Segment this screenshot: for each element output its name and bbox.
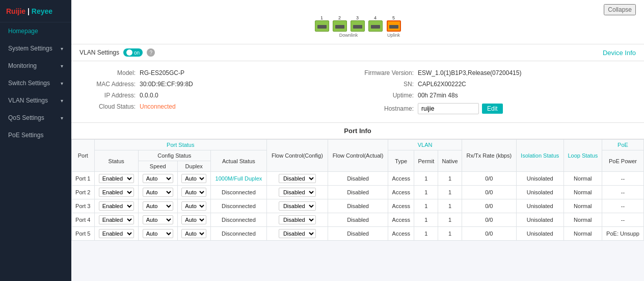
sidebar-item-switch-settings[interactable]: Switch Settings ▾	[0, 74, 71, 92]
port-name: Port 3	[72, 199, 95, 213]
status-cell[interactable]: Enabled Disabled	[94, 227, 138, 241]
isolation-status: Unisolated	[516, 172, 564, 186]
vlan-header[interactable]: VLAN	[388, 140, 462, 150]
actual-status: Disconnected	[210, 227, 266, 241]
flow-config-select[interactable]: Disabled Enabled	[279, 188, 316, 197]
status-select[interactable]: Enabled Disabled	[99, 188, 134, 197]
flow-config-select[interactable]: Disabled Enabled	[279, 201, 316, 211]
flow-config-cell[interactable]: Disabled Enabled	[267, 172, 328, 186]
model-row: Model: RG-ES205GC-P	[79, 67, 358, 79]
sidebar-item-poe-settings[interactable]: PoE Settings	[0, 126, 71, 144]
rx-tx-rate: 0/0	[462, 186, 516, 199]
uplink-port: 5 Uplink	[386, 15, 402, 38]
duplex-select[interactable]: Auto FullHalf	[181, 201, 206, 211]
poe-header[interactable]: PoE	[602, 140, 644, 150]
table-row: Port 3 Enabled Disabled Auto 10M100M1000…	[72, 199, 644, 213]
status-cell[interactable]: Enabled Disabled	[94, 172, 138, 186]
flow-config-select[interactable]: Disabled Enabled	[279, 215, 316, 224]
device-info-link[interactable]: Device Info	[603, 49, 636, 57]
flow-actual: Disabled	[328, 199, 388, 213]
flow-config-select[interactable]: Disabled Enabled	[279, 229, 316, 238]
vlan-type: Access	[388, 213, 414, 227]
status-header: Status	[94, 150, 138, 172]
sidebar-item-monitoring[interactable]: Monitoring ▾	[0, 57, 71, 74]
status-cell[interactable]: Enabled Disabled	[94, 186, 138, 199]
vlan-native: 1	[438, 172, 462, 186]
vlan-toggle[interactable]: on	[123, 48, 143, 57]
isolation-header[interactable]: Isolation Status	[516, 140, 564, 172]
table-row: Port 4 Enabled Disabled Auto 10M100M1000…	[72, 213, 644, 227]
flow-config-select[interactable]: Disabled Enabled	[279, 174, 316, 183]
permit-header: Permit	[414, 150, 438, 172]
speed-cell[interactable]: Auto 10M100M1000M	[138, 172, 177, 186]
sidebar-item-label: Homepage	[8, 28, 38, 35]
sidebar-item-homepage[interactable]: Homepage	[0, 22, 71, 40]
firmware-label: Firmware Version:	[362, 69, 418, 76]
help-icon[interactable]: ?	[147, 48, 155, 57]
status-cell[interactable]: Enabled Disabled	[94, 199, 138, 213]
flow-config-cell[interactable]: Disabled Enabled	[267, 199, 328, 213]
sidebar-item-system-settings[interactable]: System Settings ▾	[0, 40, 71, 57]
uptime-row: Uptime: 00h 27min 48s	[358, 90, 636, 101]
poe-power: --	[602, 186, 644, 199]
status-select[interactable]: Enabled Disabled	[99, 229, 134, 238]
duplex-cell[interactable]: Auto FullHalf	[177, 227, 210, 241]
speed-cell[interactable]: Auto 10M100M1000M	[138, 213, 177, 227]
duplex-select[interactable]: Auto FullHalf	[181, 215, 206, 224]
hostname-input[interactable]	[418, 103, 479, 114]
model-value: RG-ES205GC-P	[140, 69, 184, 76]
speed-select[interactable]: Auto 10M100M1000M	[143, 229, 173, 238]
chevron-down-icon: ▾	[61, 98, 63, 104]
loop-status: Normal	[564, 213, 602, 227]
actual-status: 1000M/Full Duplex	[210, 172, 266, 186]
poe-power: --	[602, 213, 644, 227]
vlan-native: 1	[438, 186, 462, 199]
status-select[interactable]: Enabled Disabled	[99, 201, 134, 211]
isolation-status: Unisolated	[516, 213, 564, 227]
duplex-cell[interactable]: Auto FullHalf	[177, 172, 210, 186]
speed-select[interactable]: Auto 10M100M1000M	[143, 188, 173, 197]
cloud-value: Unconnected	[140, 103, 176, 110]
port-status-header[interactable]: Port Status	[94, 140, 266, 150]
duplex-cell[interactable]: Auto FullHalf	[177, 199, 210, 213]
duplex-select[interactable]: Auto FullHalf	[181, 188, 206, 197]
flow-actual: Disabled	[328, 213, 388, 227]
speed-select[interactable]: Auto 10M100M1000M	[143, 201, 173, 211]
sidebar-item-label: System Settings	[8, 45, 52, 52]
speed-cell[interactable]: Auto 10M100M1000M	[138, 227, 177, 241]
loop-header[interactable]: Loop Status	[564, 140, 602, 172]
vlan-bar: VLAN Settings on ? Device Info	[71, 44, 644, 61]
type-header: Type	[388, 150, 414, 172]
speed-cell[interactable]: Auto 10M100M1000M	[138, 186, 177, 199]
chevron-down-icon: ▾	[61, 115, 63, 121]
flow-actual: Disabled	[328, 186, 388, 199]
speed-select[interactable]: Auto 10M100M1000M	[143, 215, 173, 224]
flow-config-cell[interactable]: Disabled Enabled	[267, 186, 328, 199]
collapse-button[interactable]: Collapse	[604, 4, 636, 15]
mac-label: MAC Address:	[84, 81, 140, 88]
duplex-select[interactable]: Auto FullHalf	[181, 229, 206, 238]
duplex-cell[interactable]: Auto FullHalf	[177, 213, 210, 227]
vlan-permit: 1	[414, 213, 438, 227]
native-header: Native	[438, 150, 462, 172]
status-select[interactable]: Enabled Disabled	[99, 174, 134, 183]
actual-status: Disconnected	[210, 213, 266, 227]
sidebar-item-label: Switch Settings	[8, 80, 50, 87]
flow-config-cell[interactable]: Disabled Enabled	[267, 227, 328, 241]
flow-config-cell[interactable]: Disabled Enabled	[267, 213, 328, 227]
sidebar-item-vlan-settings[interactable]: VLAN Settings ▾	[0, 92, 71, 109]
sidebar-item-qos-settings[interactable]: QoS Settings ▾	[0, 109, 71, 126]
edit-button[interactable]: Edit	[482, 104, 503, 114]
status-cell[interactable]: Enabled Disabled	[94, 213, 138, 227]
hostname-label: Hostname:	[362, 105, 418, 112]
duplex-header: Duplex	[177, 161, 210, 172]
poe-power: --	[602, 172, 644, 186]
speed-select[interactable]: Auto 10M100M1000M	[143, 174, 173, 183]
duplex-cell[interactable]: Auto FullHalf	[177, 186, 210, 199]
duplex-select[interactable]: Auto FullHalf	[181, 174, 206, 183]
sn-row: SN: CAPL62X00222C	[358, 79, 636, 90]
speed-cell[interactable]: Auto 10M100M1000M	[138, 199, 177, 213]
poe-power-header: PoE Power	[602, 150, 644, 172]
loop-status: Normal	[564, 186, 602, 199]
status-select[interactable]: Enabled Disabled	[99, 215, 134, 224]
